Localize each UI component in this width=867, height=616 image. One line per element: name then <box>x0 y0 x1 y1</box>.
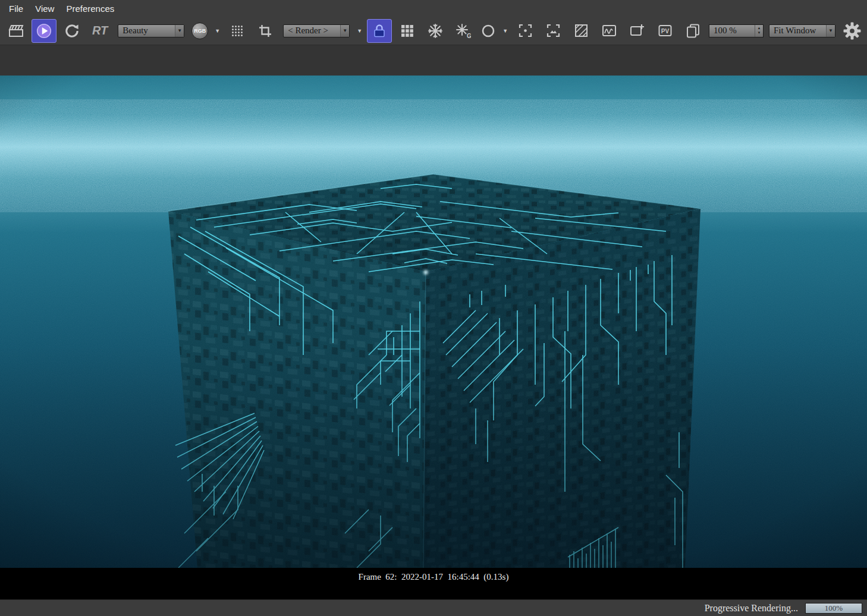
focus-icon <box>518 23 533 38</box>
stepper-down-icon[interactable]: ▼ <box>758 31 761 35</box>
hatch-square-icon <box>574 23 589 38</box>
render-dropdown-arrow[interactable]: ▼ <box>355 28 364 34</box>
play-icon <box>36 23 52 39</box>
menubar: File View Preferences <box>0 0 867 17</box>
menu-preferences[interactable]: Preferences <box>61 2 120 15</box>
frame-info-bar: Frame 62: 2022-01-17 16:45:44 (0.13s) <box>0 568 867 599</box>
stepper-up-icon[interactable]: ▲ <box>758 26 761 30</box>
pass-dropdown[interactable]: Beauty ▼ <box>118 24 184 37</box>
filmstrip-icon <box>8 24 24 38</box>
color-sample-dropdown-arrow[interactable]: ▼ <box>501 28 510 34</box>
toolbar: RT Beauty ▼ RGB ▼ < Render > ▼ ▼ <box>0 17 867 45</box>
fit-dropdown-value: Fit Window <box>774 26 816 36</box>
viewport-gutter <box>0 45 867 76</box>
lock-icon <box>373 24 386 38</box>
pv-icon: PV <box>658 23 673 38</box>
picture-viewer-window: File View Preferences RT <box>0 0 867 616</box>
chevron-down-icon: ▼ <box>175 25 184 37</box>
snapshot-button[interactable] <box>423 19 448 43</box>
play-button[interactable] <box>32 19 56 43</box>
settings-button[interactable] <box>841 19 863 43</box>
gear-icon <box>843 22 861 40</box>
render-dropdown-value: < Render > <box>288 26 328 36</box>
zoom-spinbox[interactable]: 100 % ▲ ▼ <box>709 24 764 37</box>
zoom-value: 100 % <box>714 26 737 36</box>
lock-button[interactable] <box>367 19 392 43</box>
rgb-dropdown-arrow[interactable]: ▼ <box>213 28 222 34</box>
fit-dropdown[interactable]: Fit Window ▼ <box>769 24 835 37</box>
dot-grid-icon <box>230 24 244 38</box>
filmstrip-button[interactable] <box>4 19 29 43</box>
rgb-ball-icon: RGB <box>191 23 208 39</box>
snowflake-icon <box>428 23 443 39</box>
snowflake-g-icon: G <box>456 23 471 39</box>
progress-label: Progressive Rendering... <box>705 603 798 614</box>
rt-label[interactable]: RT <box>87 24 112 37</box>
pv-button[interactable]: PV <box>652 19 677 43</box>
compare-button[interactable] <box>568 19 593 43</box>
grid-icon <box>400 24 414 38</box>
pages-icon <box>686 23 700 38</box>
render-region-button[interactable] <box>541 19 566 43</box>
image-region-icon <box>546 23 561 38</box>
chevron-down-icon: ▼ <box>826 25 835 37</box>
frame-info: Frame 62: 2022-01-17 16:45:44 (0.13s) <box>353 572 515 582</box>
pass-dropdown-value: Beauty <box>122 26 148 36</box>
focus-region-button[interactable] <box>513 19 538 43</box>
histogram-button[interactable] <box>596 19 621 43</box>
snapshot-group-button[interactable]: G <box>451 19 476 43</box>
duplicate-button[interactable] <box>680 19 705 43</box>
viewport: Frame 62: 2022-01-17 16:45:44 (0.13s) <box>0 45 867 599</box>
statusbar: Progressive Rendering... 100% <box>0 599 867 616</box>
progress-value: 100% <box>806 604 862 613</box>
dither-button[interactable] <box>225 19 250 43</box>
refresh-icon <box>64 23 80 39</box>
render-dropdown[interactable]: < Render > ▼ <box>283 24 350 37</box>
refresh-button[interactable] <box>59 19 84 43</box>
render-image[interactable] <box>0 76 867 568</box>
menu-view[interactable]: View <box>30 2 59 15</box>
crop-icon <box>258 24 272 38</box>
add-image-icon <box>630 23 645 38</box>
histogram-icon <box>602 23 617 38</box>
menu-file[interactable]: File <box>4 2 29 15</box>
color-sample-button[interactable] <box>479 19 498 43</box>
progress-bar: 100% <box>805 603 862 614</box>
svg-text:PV: PV <box>661 28 669 34</box>
add-image-button[interactable] <box>624 19 649 43</box>
chevron-down-icon: ▼ <box>340 25 349 37</box>
crop-button[interactable] <box>253 19 278 43</box>
rgb-button[interactable]: RGB <box>190 19 210 43</box>
zoom-stepper[interactable]: ▲ ▼ <box>755 25 763 37</box>
svg-text:G: G <box>467 33 471 39</box>
circle-icon <box>481 24 495 38</box>
grid-button[interactable] <box>395 19 420 43</box>
